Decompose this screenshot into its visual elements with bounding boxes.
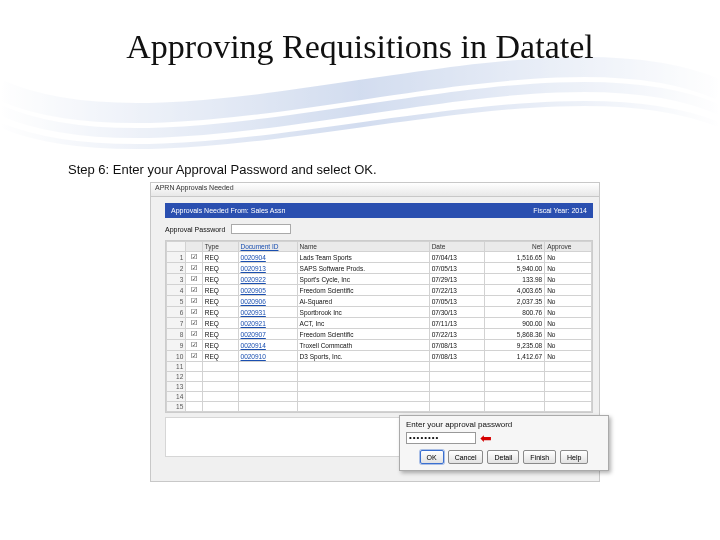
cell-select[interactable] <box>186 392 203 402</box>
cell-date: 07/08/13 <box>429 351 484 362</box>
cell-docid[interactable] <box>238 392 297 402</box>
cell-select[interactable]: ☑ <box>186 263 203 274</box>
cell-approve <box>545 382 592 392</box>
approval-password-input[interactable] <box>231 224 291 234</box>
table-row[interactable]: 15 <box>167 402 592 412</box>
cell-date: 07/30/13 <box>429 307 484 318</box>
cell-name: Troxell Commcath <box>297 340 429 351</box>
cell-approve: No <box>545 329 592 340</box>
cell-docid[interactable]: 0020904 <box>238 252 297 263</box>
cell-approve: No <box>545 318 592 329</box>
cell-docid[interactable] <box>238 382 297 392</box>
cell-rownum: 2 <box>167 263 186 274</box>
cell-select[interactable]: ☑ <box>186 307 203 318</box>
table-row[interactable]: 13 <box>167 382 592 392</box>
prompt-password-input[interactable]: •••••••• <box>406 432 476 444</box>
cell-docid[interactable]: 0020914 <box>238 340 297 351</box>
cell-select[interactable]: ☑ <box>186 318 203 329</box>
cell-docid[interactable]: 0020922 <box>238 274 297 285</box>
cell-name: ACT, Inc <box>297 318 429 329</box>
cell-approve: No <box>545 263 592 274</box>
cell-docid[interactable] <box>238 402 297 412</box>
cell-select[interactable] <box>186 362 203 372</box>
cancel-button[interactable]: Cancel <box>448 450 484 464</box>
cell-select[interactable]: ☑ <box>186 340 203 351</box>
cell-net: 5,868.36 <box>484 329 545 340</box>
table-row[interactable]: 9☑REQ0020914Troxell Commcath07/08/139,23… <box>167 340 592 351</box>
table-row[interactable]: 2☑REQ0020913SAPS Software Prods.07/05/13… <box>167 263 592 274</box>
cell-date: 07/04/13 <box>429 252 484 263</box>
cell-docid[interactable] <box>238 372 297 382</box>
table-row[interactable]: 14 <box>167 392 592 402</box>
table-row[interactable]: 12 <box>167 372 592 382</box>
cell-name <box>297 402 429 412</box>
table-row[interactable]: 7☑REQ0020921ACT, Inc07/11/13900.00No <box>167 318 592 329</box>
cell-net <box>484 362 545 372</box>
cell-name: D3 Sports, Inc. <box>297 351 429 362</box>
cell-date: 07/05/13 <box>429 296 484 307</box>
cell-docid[interactable]: 0020921 <box>238 318 297 329</box>
app-window: APRN Approvals Needed Approvals Needed F… <box>150 182 600 482</box>
cell-approve: No <box>545 252 592 263</box>
cell-docid[interactable]: 0020931 <box>238 307 297 318</box>
table-row[interactable]: 4☑REQ0020905Freedom Scientific07/22/134,… <box>167 285 592 296</box>
help-button[interactable]: Help <box>560 450 588 464</box>
cell-approve: No <box>545 285 592 296</box>
cell-rownum: 5 <box>167 296 186 307</box>
table-row[interactable]: 3☑REQ0020922Sport's Cycle, Inc07/29/1313… <box>167 274 592 285</box>
col-select <box>186 242 203 252</box>
cell-select[interactable] <box>186 402 203 412</box>
cell-name: SAPS Software Prods. <box>297 263 429 274</box>
cell-approve <box>545 392 592 402</box>
cell-docid[interactable]: 0020910 <box>238 351 297 362</box>
cell-net <box>484 382 545 392</box>
cell-rownum: 3 <box>167 274 186 285</box>
table-row[interactable]: 11 <box>167 362 592 372</box>
cell-date: 07/05/13 <box>429 263 484 274</box>
cell-select[interactable]: ☑ <box>186 351 203 362</box>
cell-name: Lads Team Sports <box>297 252 429 263</box>
cell-rownum: 6 <box>167 307 186 318</box>
cell-select[interactable]: ☑ <box>186 252 203 263</box>
cell-name <box>297 372 429 382</box>
cell-select[interactable] <box>186 382 203 392</box>
table-row[interactable]: 10☑REQ0020910D3 Sports, Inc.07/08/131,41… <box>167 351 592 362</box>
cell-docid[interactable] <box>238 362 297 372</box>
cell-select[interactable]: ☑ <box>186 329 203 340</box>
cell-docid[interactable]: 0020907 <box>238 329 297 340</box>
cell-type <box>202 362 238 372</box>
cell-name: Sportbrook Inc <box>297 307 429 318</box>
password-prompt-dialog: Enter your approval password •••••••• ⬅ … <box>399 415 609 471</box>
cell-select[interactable]: ☑ <box>186 274 203 285</box>
cell-docid[interactable]: 0020905 <box>238 285 297 296</box>
col-docid: Document ID <box>238 242 297 252</box>
table-row[interactable]: 6☑REQ0020931Sportbrook Inc07/30/13800.76… <box>167 307 592 318</box>
cell-rownum: 12 <box>167 372 186 382</box>
cell-docid[interactable]: 0020913 <box>238 263 297 274</box>
cell-net: 4,003.65 <box>484 285 545 296</box>
cell-approve: No <box>545 274 592 285</box>
cell-type <box>202 372 238 382</box>
col-name: Name <box>297 242 429 252</box>
cell-type: REQ <box>202 351 238 362</box>
table-row[interactable]: 1☑REQ0020904Lads Team Sports07/04/131,51… <box>167 252 592 263</box>
cell-select[interactable]: ☑ <box>186 285 203 296</box>
cell-rownum: 4 <box>167 285 186 296</box>
cell-docid[interactable]: 0020906 <box>238 296 297 307</box>
ok-button[interactable]: OK <box>420 450 444 464</box>
cell-select[interactable]: ☑ <box>186 296 203 307</box>
cell-name <box>297 392 429 402</box>
cell-approve: No <box>545 307 592 318</box>
cell-type <box>202 402 238 412</box>
table-row[interactable]: 8☑REQ0020907Freedom Scientific07/22/135,… <box>167 329 592 340</box>
cell-approve: No <box>545 296 592 307</box>
cell-date: 07/11/13 <box>429 318 484 329</box>
cell-date <box>429 362 484 372</box>
cell-select[interactable] <box>186 372 203 382</box>
context-left: Approvals Needed From: Sales Assn <box>171 207 285 214</box>
finish-button[interactable]: Finish <box>523 450 556 464</box>
table-row[interactable]: 5☑REQ0020906Ai-Squared07/05/132,037.35No <box>167 296 592 307</box>
col-type: Type <box>202 242 238 252</box>
requisitions-grid: Type Document ID Name Date Net Approve 1… <box>165 240 593 413</box>
detail-button[interactable]: Detail <box>487 450 519 464</box>
